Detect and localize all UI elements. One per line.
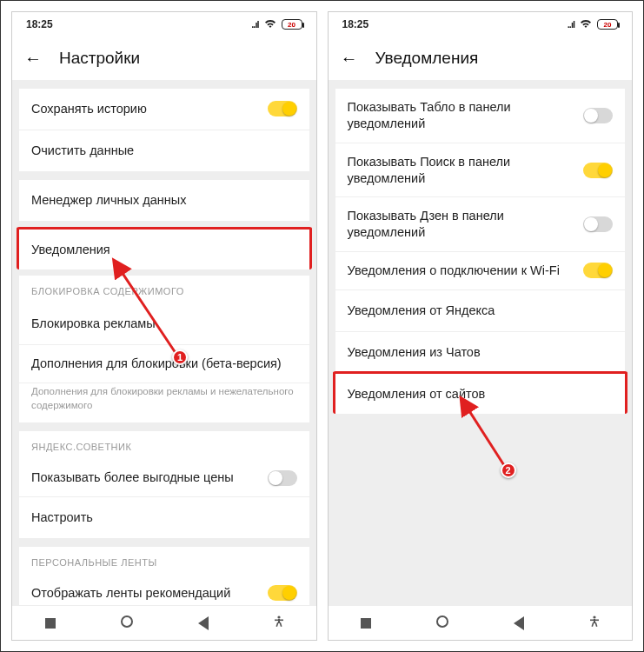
section-header-feeds: ПЕРСОНАЛЬНЫЕ ЛЕНТЫ <box>19 547 309 575</box>
svg-point-6 <box>593 615 595 618</box>
nav-bar <box>329 605 633 640</box>
signal-icon: ..ıl <box>568 19 574 30</box>
svg-rect-2 <box>275 619 283 621</box>
toggle-wifi[interactable] <box>583 263 613 278</box>
battery-icon: 20 <box>597 19 618 30</box>
status-bar: 18:25 ..ıl 20 <box>329 12 633 37</box>
toggle-show-feeds[interactable] <box>268 585 297 601</box>
section-header-blocking: БЛОКИРОВКА СОДЕРЖИМОГО <box>19 276 309 303</box>
row-better-prices[interactable]: Показывать более выгодные цены <box>19 459 309 497</box>
svg-rect-10 <box>595 622 598 626</box>
back-icon[interactable]: ← <box>24 50 42 67</box>
nav-accessibility-icon[interactable] <box>588 615 601 632</box>
row-save-history[interactable]: Сохранять историю <box>19 89 309 130</box>
nav-home-icon[interactable] <box>119 615 135 631</box>
status-bar: 18:25 ..ıl 20 <box>12 12 316 37</box>
app-header: ← Настройки <box>12 37 316 80</box>
status-time: 18:25 <box>26 18 53 30</box>
svg-point-0 <box>277 615 280 618</box>
screen-settings: 18:25 ..ıl 20 ← Настройки Сохранять исто… <box>11 11 317 641</box>
wifi-icon <box>580 19 592 30</box>
page-title: Уведомления <box>375 49 479 68</box>
row-show-search[interactable]: Показывать Поиск в панели уведомлений <box>335 143 626 198</box>
row-yandex-notifications[interactable]: Уведомления от Яндекса <box>335 290 626 332</box>
row-wifi-connect[interactable]: Уведомления о подключении к Wi-Fi <box>335 252 626 290</box>
signal-icon: ..ıl <box>251 19 258 30</box>
screen-notifications: 18:25 ..ıl 20 ← Уведомления Показывать Т… <box>328 11 634 641</box>
toggle-better-prices[interactable] <box>268 470 297 486</box>
status-icons: ..ıl 20 <box>568 19 618 30</box>
row-clear-data[interactable]: Очистить данные <box>19 130 309 171</box>
content: Показывать Табло в панели уведомлений По… <box>329 80 633 605</box>
status-time: 18:25 <box>342 18 369 30</box>
page-title: Настройки <box>59 49 140 68</box>
row-chat-notifications[interactable]: Уведомления из Чатов <box>335 332 626 374</box>
svg-rect-9 <box>592 622 594 626</box>
nav-home-icon[interactable] <box>435 615 450 631</box>
row-show-tablo[interactable]: Показывать Табло в панели уведомлений <box>335 89 626 143</box>
nav-accessibility-icon[interactable] <box>272 615 286 632</box>
svg-rect-8 <box>590 619 599 621</box>
annotation-marker-1: 1 <box>172 349 188 365</box>
svg-rect-4 <box>279 622 282 626</box>
toggle-search[interactable] <box>583 163 613 178</box>
battery-icon: 20 <box>282 19 302 30</box>
row-personal-data-manager[interactable]: Менеджер личных данных <box>19 180 309 221</box>
nav-recent-icon[interactable] <box>358 615 374 631</box>
toggle-zen[interactable] <box>583 216 613 232</box>
row-ad-block[interactable]: Блокировка рекламы <box>19 303 309 345</box>
toggle-save-history[interactable] <box>268 101 297 116</box>
nav-back-icon[interactable] <box>196 615 211 631</box>
back-icon[interactable]: ← <box>341 50 358 67</box>
row-configure-advisor[interactable]: Настроить <box>19 497 309 538</box>
addons-subtext: Дополнения для блокировки рекламы и неже… <box>19 383 309 422</box>
section-header-advisor: ЯНДЕКС.СОВЕТНИК <box>19 431 309 459</box>
toggle-tablo[interactable] <box>583 108 613 123</box>
row-site-notifications[interactable]: Уведомления от сайтов <box>333 371 628 415</box>
row-show-feeds[interactable]: Отображать ленты рекомендаций <box>19 575 309 605</box>
nav-back-icon[interactable] <box>511 615 527 631</box>
row-blocking-addons[interactable]: Дополнения для блокировки (бета-версия) <box>19 345 309 383</box>
annotation-marker-2: 2 <box>501 462 516 478</box>
app-header: ← Уведомления <box>329 37 633 80</box>
nav-bar <box>12 605 316 640</box>
wifi-icon <box>264 19 276 30</box>
row-show-zen[interactable]: Показывать Дзен в панели уведомлений <box>335 197 626 252</box>
row-notifications[interactable]: Уведомления <box>17 227 312 270</box>
nav-recent-icon[interactable] <box>43 615 58 631</box>
status-icons: ..ıl 20 <box>251 19 302 30</box>
content: Сохранять историю Очистить данные Менедж… <box>12 80 316 605</box>
svg-rect-3 <box>276 622 278 626</box>
